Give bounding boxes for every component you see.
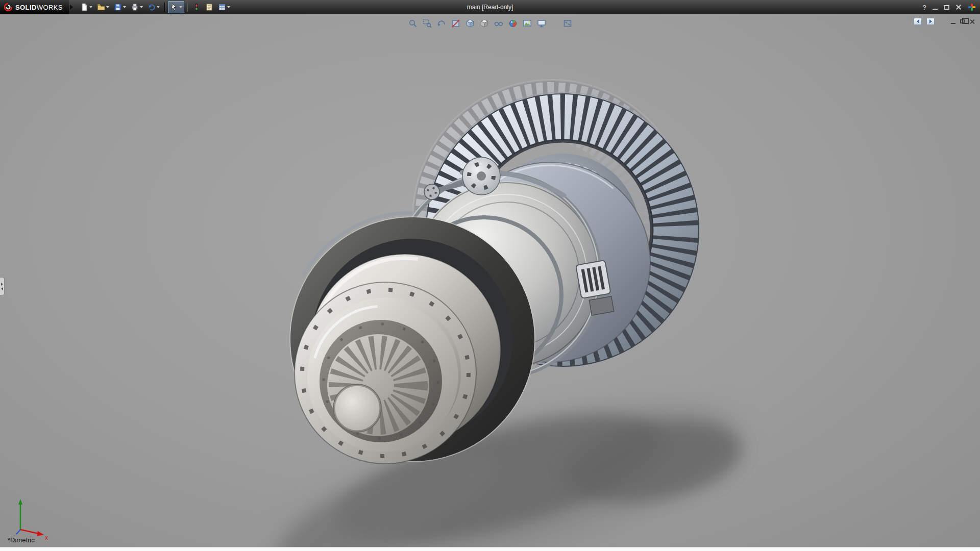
scene-icon xyxy=(522,18,532,29)
undo-icon xyxy=(148,3,156,11)
file-properties-icon xyxy=(205,3,213,11)
save-button[interactable] xyxy=(112,1,128,13)
maximize-button[interactable] xyxy=(944,5,949,10)
document-window-controls xyxy=(914,18,975,25)
minimize-document-button[interactable] xyxy=(951,23,955,24)
close-document-button[interactable] xyxy=(969,19,975,24)
options-table-icon xyxy=(218,3,226,11)
view-settings-button[interactable] xyxy=(535,18,547,29)
print-icon xyxy=(131,3,139,11)
dropdown-caret[interactable] xyxy=(157,6,160,8)
view-orientation-cube-icon xyxy=(465,18,475,29)
panel-arrow-icon xyxy=(917,19,919,23)
dropdown-caret[interactable] xyxy=(89,6,92,8)
close-button[interactable] xyxy=(955,4,962,10)
toolbar-separator xyxy=(187,3,188,12)
dropdown-caret[interactable] xyxy=(123,6,126,8)
previous-view-icon xyxy=(436,18,447,29)
zoom-to-fit-icon xyxy=(408,18,418,29)
dropdown-caret[interactable] xyxy=(106,6,109,8)
dropdown-caret[interactable] xyxy=(140,6,143,8)
file-properties-button[interactable] xyxy=(203,1,215,13)
apply-scene-button[interactable] xyxy=(521,18,533,29)
print-button[interactable] xyxy=(129,1,145,13)
show-feature-manager-button[interactable] xyxy=(914,18,922,25)
dropdown-caret[interactable] xyxy=(179,6,182,8)
save-icon xyxy=(114,3,122,11)
previous-view-button[interactable] xyxy=(435,18,447,29)
graphics-area[interactable]: x xyxy=(0,14,980,547)
feature-manager-splitter-tab[interactable] xyxy=(0,277,5,295)
hide-show-items-button[interactable] xyxy=(493,18,504,29)
toolbar-separator xyxy=(164,3,165,12)
window-controls: ? xyxy=(922,3,980,11)
stoplight-icon xyxy=(192,3,201,11)
view-orientation-button[interactable] xyxy=(464,18,476,29)
open-document-button[interactable] xyxy=(95,1,111,13)
solidworks-window: SOLIDWORKS xyxy=(0,0,980,551)
main-toolbar xyxy=(78,0,232,14)
view-stoplight-button[interactable] xyxy=(190,1,203,13)
titlebar: SOLIDWORKS xyxy=(0,0,980,14)
menu-flyout-arrow[interactable] xyxy=(70,5,73,10)
section-view-button[interactable] xyxy=(450,18,461,29)
heads-up-view-toolbar xyxy=(407,18,573,29)
display-style-cube-icon xyxy=(479,18,489,29)
full-screen-icon xyxy=(562,18,573,29)
restore-document-button[interactable] xyxy=(960,19,965,23)
orientation-triad: x xyxy=(16,499,48,541)
viewport-3d-scene[interactable]: x xyxy=(0,14,980,547)
edit-appearance-button[interactable] xyxy=(507,18,519,29)
zoom-to-area-icon xyxy=(422,18,432,29)
appearance-sphere-icon xyxy=(508,18,518,29)
splitter-arrow-icon xyxy=(1,287,3,290)
zoom-to-area-button[interactable] xyxy=(421,18,433,29)
options-button[interactable] xyxy=(216,1,232,13)
status-bar xyxy=(0,547,980,551)
full-screen-button[interactable] xyxy=(561,18,573,29)
brand-text: SOLIDWORKS xyxy=(15,4,63,11)
zoom-to-fit-button[interactable] xyxy=(407,18,419,29)
dropdown-caret[interactable] xyxy=(227,6,230,8)
glasses-icon xyxy=(494,18,504,29)
open-document-icon xyxy=(97,3,105,11)
triad-x-label: x xyxy=(45,534,48,541)
display-style-button[interactable] xyxy=(478,18,490,29)
solidworks-logo: SOLIDWORKS xyxy=(0,0,69,14)
section-view-icon xyxy=(451,18,461,29)
panel-arrow-icon xyxy=(929,19,932,23)
splitter-arrow-icon xyxy=(1,283,3,286)
minimize-button[interactable] xyxy=(933,9,938,10)
new-document-button[interactable] xyxy=(78,1,94,13)
undo-button[interactable] xyxy=(145,1,162,13)
help-button[interactable]: ? xyxy=(922,4,926,11)
select-button[interactable] xyxy=(168,1,184,13)
new-document-icon xyxy=(80,3,88,11)
view-orientation-label: *Dimetric xyxy=(8,536,35,544)
view-settings-icon xyxy=(536,18,547,29)
solidworks-resources-icon[interactable] xyxy=(968,3,976,11)
select-cursor-icon xyxy=(170,3,178,11)
dassault-swirl-icon xyxy=(4,3,12,11)
show-display-pane-button[interactable] xyxy=(926,18,935,25)
